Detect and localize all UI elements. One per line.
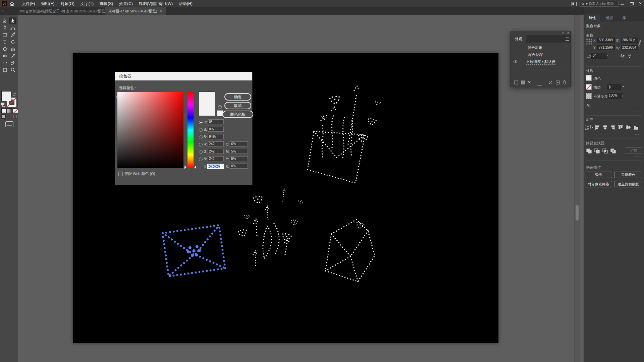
draw-behind-mode[interactable] (7, 114, 12, 119)
align-bottom-button[interactable] (633, 125, 639, 131)
menu-file[interactable]: 文件(F) (19, 0, 38, 7)
fill-swatch[interactable] (1, 91, 11, 101)
h-field[interactable]: 0° (208, 119, 224, 124)
flip-vertical-icon[interactable] (628, 54, 632, 58)
pathfinder-more-options[interactable]: ••• (635, 156, 639, 158)
align-right-button[interactable] (610, 125, 615, 131)
pathfinder-unite-button[interactable] (586, 148, 592, 155)
minimize-button[interactable] (618, 0, 627, 7)
hex-field[interactable]: F2F2F2 (207, 164, 224, 169)
close-button[interactable]: × (636, 0, 644, 7)
document-tab-2[interactable]: 未标题-1* @ 50% (RGB/预览) × (105, 7, 166, 15)
width-tool[interactable] (1, 60, 8, 66)
color-swatches-button[interactable]: 颜色色板 (222, 111, 253, 118)
pathfinder-expand-button[interactable]: 扩展 (625, 147, 642, 154)
appearance-row-blend-appearance[interactable]: 混合外观 (511, 51, 571, 58)
add-stroke-icon[interactable] (514, 80, 518, 84)
curvature-tool[interactable] (9, 24, 16, 31)
color-field-marker[interactable] (116, 95, 120, 99)
close-icon[interactable]: × (160, 9, 162, 13)
gradient-button[interactable] (7, 108, 12, 113)
appearance-row-blend-object[interactable]: 混合对象 (511, 44, 571, 51)
tab-layers[interactable]: 图层 (601, 14, 617, 21)
menu-effect[interactable]: 效果(C) (116, 0, 136, 7)
shaper-tool[interactable] (1, 46, 8, 52)
group-button[interactable]: 编组 (585, 172, 612, 178)
y-field[interactable]: 5% (230, 156, 248, 161)
flip-horizontal-icon[interactable] (620, 54, 625, 58)
menu-help[interactable]: 帮助(H) (176, 0, 196, 7)
out-of-web-gamut-cube-icon[interactable] (218, 105, 222, 109)
symbol-sprayer-tool[interactable] (9, 60, 16, 66)
align-pixel-grid-button[interactable]: 对齐像素网格 (585, 181, 612, 187)
g-field[interactable]: 242 (208, 149, 224, 154)
align-more-options[interactable]: ••• (635, 133, 639, 136)
screen-mode-button[interactable] (5, 121, 13, 127)
rotate-tool[interactable] (9, 39, 16, 45)
type-tool[interactable] (1, 39, 8, 45)
r-field[interactable]: 242 (208, 141, 224, 146)
visibility-eye-icon[interactable] (513, 60, 518, 63)
width-field[interactable]: 286.97 p (621, 38, 638, 43)
eyedropper-tool[interactable] (9, 53, 16, 59)
hand-tool[interactable] (9, 46, 16, 52)
draw-normal-mode[interactable] (1, 114, 6, 119)
arrange-documents-icon[interactable] (572, 1, 577, 7)
pathfinder-intersect-button[interactable] (602, 148, 608, 155)
search-input[interactable]: 搜索 Adobe 帮助 (580, 1, 619, 7)
b-radio[interactable] (199, 135, 203, 139)
fill-color-swatch[interactable] (586, 75, 592, 81)
web-only-checkbox[interactable] (118, 172, 123, 176)
y-field[interactable]: 771.1596 (597, 45, 615, 50)
s-radio[interactable] (199, 128, 203, 132)
hue-slider-arrow-left[interactable] (184, 166, 186, 169)
saturation-brightness-field[interactable] (117, 92, 183, 168)
home-icon[interactable] (9, 1, 15, 8)
transform-more-options[interactable]: ••• (635, 62, 639, 64)
artwork-arrows-hearts[interactable] (238, 188, 303, 265)
recolor-button[interactable]: 重新着色 (614, 172, 642, 178)
b2-field[interactable]: 242 (208, 156, 224, 161)
appearance-panel-tab[interactable]: 外观 (511, 35, 526, 43)
menu-edit[interactable]: 编辑(E) (38, 0, 57, 7)
opacity-swatch-icon[interactable] (586, 93, 592, 99)
k-field[interactable]: 0% (230, 164, 248, 169)
selection-tool[interactable] (9, 17, 16, 24)
g-radio[interactable] (199, 150, 203, 154)
duplicate-item-icon[interactable] (556, 80, 560, 84)
none-button[interactable] (13, 108, 18, 113)
hue-slider[interactable] (187, 92, 194, 168)
collapse-panel-icon[interactable]: ‹‹ (562, 31, 564, 35)
make-clip-mask-button[interactable]: 建立剪切蒙版 (614, 181, 642, 187)
rectangle-tool[interactable] (1, 32, 8, 38)
panel-resize-grip[interactable]: ••••• (537, 84, 542, 86)
opacity-more-icon[interactable]: › (622, 94, 624, 98)
stroke-weight-stepper[interactable] (607, 84, 621, 90)
b-field[interactable]: 94% (208, 134, 224, 139)
artwork-firework-envelope[interactable] (308, 86, 380, 183)
app-logo-icon[interactable]: Ai (2, 1, 7, 6)
dialog-title[interactable]: 拾色器 (115, 72, 252, 80)
canvas-scrollbar[interactable] (574, 15, 580, 362)
menu-select[interactable]: 选择(S) (97, 0, 116, 7)
cancel-button[interactable]: 取消 (224, 102, 251, 109)
swap-fill-stroke-icon[interactable] (13, 92, 16, 98)
zoom-tool[interactable] (9, 67, 16, 73)
align-center-h-button[interactable] (602, 125, 608, 131)
color-button[interactable] (1, 108, 7, 113)
default-fill-stroke-icon[interactable] (1, 102, 5, 108)
ok-button[interactable]: 确定 (224, 93, 251, 101)
appearance-row-opacity[interactable]: 不透明度：默认值 (511, 58, 571, 65)
add-fill-icon[interactable] (521, 80, 525, 84)
opacity-field[interactable]: 100% (607, 93, 622, 99)
align-left-button[interactable] (595, 125, 600, 131)
delete-item-trash-icon[interactable] (563, 80, 567, 84)
document-tab-1[interactable]: 300台新加波-结婚纪念日 -修改.ai @ 25% (RGB/预览) × (16, 7, 115, 15)
stroke-weight-dropdown-icon[interactable] (622, 86, 624, 87)
align-top-button[interactable] (618, 125, 623, 131)
pathfinder-exclude-button[interactable] (610, 148, 616, 155)
artwork-envelope-selected[interactable] (163, 225, 225, 276)
align-center-v-button[interactable] (626, 125, 631, 131)
gradient-tool[interactable] (1, 53, 8, 59)
workspace-switcher[interactable] (152, 2, 160, 6)
